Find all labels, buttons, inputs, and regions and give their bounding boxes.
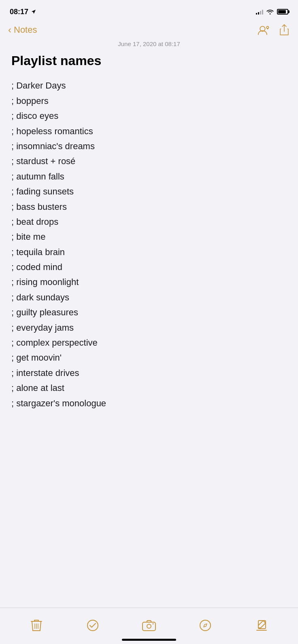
svg-point-6: [152, 623, 153, 624]
list-item: ; everyday jams: [11, 320, 287, 335]
list-item: ; beat drops: [11, 214, 287, 229]
list-item: ; coded mind: [11, 260, 287, 274]
home-indicator: [122, 639, 176, 641]
battery-icon: [277, 9, 288, 15]
checklist-button[interactable]: [83, 616, 102, 635]
compass-icon: [199, 619, 212, 632]
list-item: ; tequila brain: [11, 245, 287, 260]
trash-icon: [30, 619, 43, 632]
wifi-icon: [266, 9, 274, 15]
playlist-list: ; Darker Days; boppers; disco eyes; hope…: [11, 78, 287, 411]
list-item: ; guilty pleasures: [11, 305, 287, 320]
list-item: ; stardust + rosé: [11, 154, 287, 169]
back-button[interactable]: ‹ Notes: [8, 24, 37, 36]
compass-button[interactable]: [196, 616, 215, 635]
status-bar: 08:17: [0, 0, 298, 21]
camera-button[interactable]: [139, 616, 159, 635]
list-item: ; Darker Days: [11, 78, 287, 93]
camera-icon: [142, 620, 156, 631]
status-time: 08:17: [10, 8, 36, 16]
svg-point-2: [267, 27, 268, 28]
svg-point-5: [147, 624, 151, 628]
list-item: ; autumn falls: [11, 169, 287, 184]
list-item: ; bite me: [11, 229, 287, 244]
list-item: ; interstate drives: [11, 365, 287, 380]
trash-button[interactable]: [27, 616, 46, 635]
list-item: ; bass busters: [11, 199, 287, 214]
list-item: ; dark sundays: [11, 290, 287, 305]
edit-icon: [255, 619, 268, 632]
time-display: 08:17: [10, 8, 28, 16]
chevron-left-icon: ‹: [8, 24, 11, 36]
note-content: Playlist names ; Darker Days; boppers; d…: [0, 53, 298, 419]
list-item: ; hopeless romantics: [11, 124, 287, 139]
nav-actions: [258, 24, 290, 36]
list-item: ; get moovin': [11, 350, 287, 365]
note-date: June 17, 2020 at 08:17: [0, 40, 298, 47]
edit-button[interactable]: [252, 616, 271, 635]
svg-point-7: [200, 620, 211, 631]
nav-bar: ‹ Notes: [0, 21, 298, 40]
share-icon[interactable]: [279, 24, 290, 36]
list-item: ; complex perspective: [11, 335, 287, 350]
status-icons: [256, 9, 288, 15]
signal-icon: [256, 9, 263, 15]
location-icon: [31, 9, 36, 14]
list-item: ; rising moonlight: [11, 274, 287, 289]
list-item: ; boppers: [11, 93, 287, 108]
list-item: ; fading sunsets: [11, 184, 287, 199]
list-item: ; alone at last: [11, 380, 287, 395]
collaborate-icon[interactable]: [258, 24, 270, 36]
list-item: ; insomniac's dreams: [11, 139, 287, 154]
note-title: Playlist names: [11, 53, 287, 68]
svg-point-3: [87, 620, 98, 631]
list-item: ; stargazer's monologue: [11, 396, 287, 411]
list-item: ; disco eyes: [11, 108, 287, 123]
back-label: Notes: [14, 25, 37, 35]
checklist-icon: [86, 619, 99, 632]
